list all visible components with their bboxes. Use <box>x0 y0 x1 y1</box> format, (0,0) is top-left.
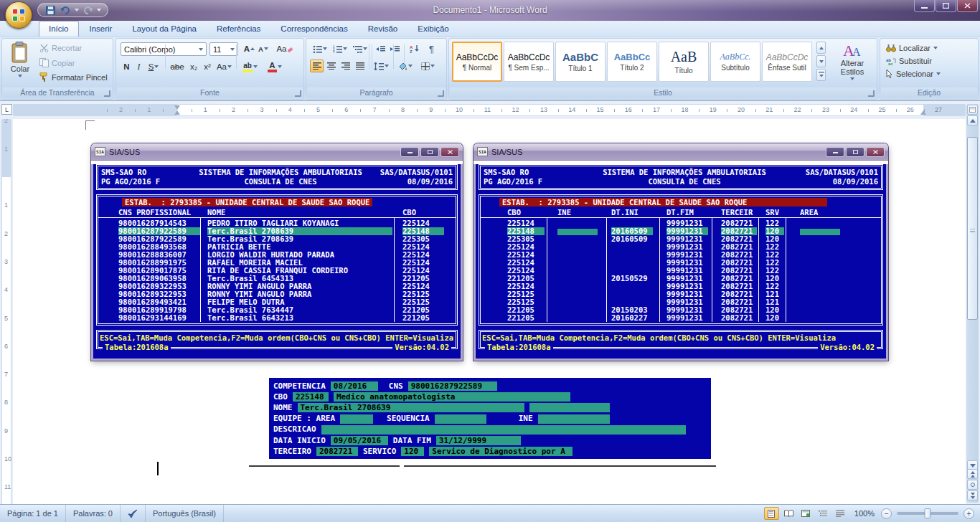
find-button[interactable]: Localizar <box>886 44 938 52</box>
table-row[interactable]: 980016287914543PEDRO ITIRO TAGLIARI KOYA… <box>98 219 456 227</box>
replace-button[interactable]: abac Substituir <box>886 57 932 65</box>
maximize-button[interactable] <box>936 0 956 12</box>
style-enfase-sutil[interactable]: AaBbCcDcÊnfase Sutil <box>762 42 812 82</box>
print-layout-view-button[interactable] <box>764 507 779 520</box>
ruler-toggle-button[interactable] <box>967 105 978 115</box>
detail-field[interactable] <box>529 403 610 412</box>
undo-dropdown-icon[interactable] <box>75 9 79 11</box>
sort-button[interactable]: AZ <box>406 42 423 55</box>
table-row[interactable]: 980016289493421FELIPE MELO DUTRA225125 <box>98 298 456 306</box>
strikethrough-button[interactable]: abe <box>168 60 187 73</box>
detail-field[interactable]: Terc.Brasil 2708639 <box>298 403 524 412</box>
table-row[interactable]: 980016288836007LORGIO WALDIR HURTADO PAR… <box>98 251 456 259</box>
ribbon-tab-layout-da-pagina[interactable]: Layout da Página <box>123 22 206 37</box>
styles-scroll-up[interactable] <box>816 42 826 54</box>
right-indent-marker[interactable] <box>920 110 926 115</box>
terminal-minimize-button[interactable] <box>826 147 844 157</box>
bold-button[interactable]: N <box>121 60 133 73</box>
zoom-in-button[interactable]: + <box>963 508 974 519</box>
word-count-indicator[interactable]: Palavras: 0 <box>66 505 121 522</box>
select-browse-object-button[interactable] <box>967 480 978 490</box>
zoom-slider-thumb[interactable] <box>925 508 931 518</box>
style-sem-esp[interactable]: AaBbCcDc¶ Sem Esp... <box>504 42 554 82</box>
redo-button[interactable] <box>82 4 94 16</box>
detail-field[interactable]: 225148 <box>293 392 329 402</box>
styles-more-button[interactable] <box>816 69 826 81</box>
table-row[interactable]: 225124999912312082721122 <box>481 259 881 267</box>
table-row[interactable]: 980016293144169Terc.Brasil 6643213221205 <box>98 314 456 322</box>
change-styles-button[interactable]: AA Alterar Estilos <box>831 42 874 80</box>
detail-field[interactable]: 09/05/2016 <box>331 436 388 445</box>
first-line-indent-marker[interactable] <box>174 105 180 110</box>
paragraph-dialog-launcher[interactable] <box>438 90 444 97</box>
tab-selector[interactable]: L <box>1 104 12 115</box>
terminal-minimize-button[interactable] <box>400 147 419 157</box>
terminal-close-button[interactable] <box>866 147 885 157</box>
style-subtitulo[interactable]: AaBbCc.Subtítulo <box>710 42 760 82</box>
detail-field[interactable] <box>435 414 486 424</box>
change-case-button[interactable]: Aa <box>215 60 234 73</box>
qat-customize-icon[interactable] <box>97 9 101 11</box>
table-row[interactable]: 980016287922589Terc.Brasil 2708639225148 <box>98 227 456 235</box>
undo-button[interactable] <box>60 4 72 16</box>
ribbon-tab-exibicao[interactable]: Exibição <box>408 22 458 37</box>
font-size-combo[interactable]: 11 <box>209 42 238 56</box>
table-row[interactable]: 980016289919798Terc.Brasil 7634447221205 <box>98 306 456 314</box>
multilevel-list-button[interactable] <box>350 42 369 55</box>
align-left-button[interactable] <box>310 60 324 72</box>
minimize-button[interactable] <box>914 0 935 12</box>
table-row[interactable]: 225124999912312082721122 <box>481 219 881 227</box>
detail-field[interactable] <box>538 414 610 424</box>
vertical-ruler[interactable]: 123456789101121 <box>1 119 11 504</box>
show-marks-button[interactable]: ¶ <box>425 42 438 55</box>
detail-field[interactable]: Servico de Diagnostico por A <box>429 447 573 456</box>
table-row[interactable]: 225124999912312082721122 <box>481 267 881 275</box>
office-button[interactable] <box>5 1 32 29</box>
increase-indent-button[interactable] <box>388 42 402 55</box>
zoom-level-label[interactable]: 100% <box>854 509 875 518</box>
numbering-button[interactable]: 123 <box>330 42 349 55</box>
table-row[interactable]: 225125999912312082721121 <box>481 290 881 298</box>
scrollbar-thumb[interactable] <box>967 137 978 320</box>
table-row[interactable]: 22120520150529999912312082721120 <box>481 275 881 283</box>
terminal-close-button[interactable] <box>440 147 459 157</box>
style-normal[interactable]: AaBbCcDc¶ Normal <box>452 42 502 82</box>
paste-button[interactable]: Colar <box>5 42 35 77</box>
font-color-button[interactable]: A <box>264 60 286 73</box>
save-button[interactable] <box>44 4 57 16</box>
clear-formatting-button[interactable]: Aa <box>275 42 294 55</box>
styles-dialog-launcher[interactable] <box>868 90 875 97</box>
font-family-combo[interactable]: Calibri (Corpo) <box>121 42 207 56</box>
ribbon-tab-inserir[interactable]: Inserir <box>80 22 122 37</box>
table-row[interactable]: 980016289063958Terc.Brasil 6454313221205 <box>98 275 456 283</box>
scroll-up-button[interactable] <box>967 115 978 125</box>
next-page-button[interactable] <box>967 490 978 500</box>
table-row[interactable]: 980016289322953RONNY YIMI ANGULO PARRA22… <box>98 290 456 298</box>
subscript-button[interactable]: x₂ <box>187 60 200 73</box>
table-row[interactable]: 22514820160509999912312082721120 <box>481 227 881 235</box>
ribbon-tab-correspondencias[interactable]: Correspondências <box>271 22 357 37</box>
terminal-titlebar[interactable]: SIA SIA/SUS <box>473 143 888 161</box>
hanging-indent-marker[interactable] <box>174 110 180 115</box>
style-titulo-1[interactable]: AaBbCTítulo 1 <box>555 42 606 82</box>
draft-view-button[interactable] <box>833 507 848 520</box>
clipboard-dialog-launcher[interactable] <box>104 90 110 97</box>
borders-button[interactable] <box>418 60 438 72</box>
style-titulo[interactable]: AaBTítulo <box>659 42 709 82</box>
detail-field[interactable] <box>340 414 373 424</box>
table-row[interactable]: 980016289322953RONNY YIMI ANGULO PARRA22… <box>98 283 456 290</box>
grow-font-button[interactable]: A <box>242 42 256 55</box>
table-row[interactable]: 980016289017875RITA DE CASSIA FRANQUI CO… <box>98 267 456 275</box>
style-titulo-2[interactable]: AaBbCcTítulo 2 <box>607 42 657 82</box>
superscript-button[interactable]: x² <box>201 60 214 73</box>
shrink-font-button[interactable]: A <box>257 42 270 55</box>
detail-field[interactable]: 120 <box>401 447 424 456</box>
bullets-button[interactable] <box>310 42 329 55</box>
align-right-button[interactable] <box>339 60 352 72</box>
previous-page-button[interactable] <box>967 469 978 479</box>
terminal-maximize-button[interactable] <box>420 147 439 157</box>
table-row[interactable]: 980016288991975RAFAEL MOREIRA MACIEL2251… <box>98 259 456 267</box>
italic-button[interactable]: I <box>133 60 144 73</box>
ribbon-tab-referencias[interactable]: Referências <box>207 22 270 37</box>
table-row[interactable]: 225124999912312082721122 <box>481 251 881 259</box>
